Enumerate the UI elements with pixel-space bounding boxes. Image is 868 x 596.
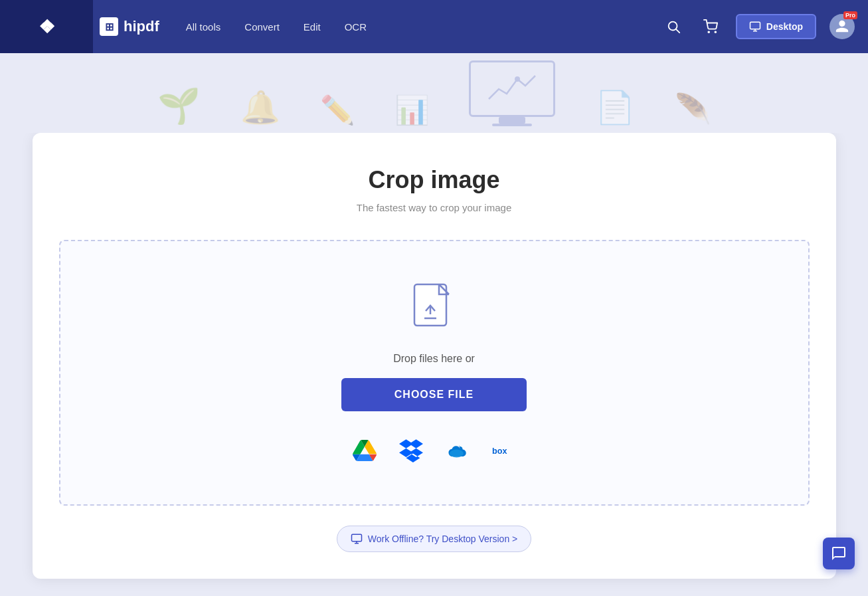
main-card: Crop image The fastest way to crop your … (33, 133, 836, 579)
upload-file-icon (411, 281, 458, 334)
hero-background: 🌱 🔔 ✏️ 📊 📄 🪶 (0, 53, 868, 133)
choose-file-button[interactable]: CHOOSE FILE (341, 378, 527, 411)
nav-ocr[interactable]: OCR (345, 21, 367, 33)
svg-line-1 (676, 29, 679, 33)
svg-rect-13 (351, 534, 361, 542)
nav-all-tools[interactable]: All tools (186, 21, 221, 33)
svg-point-2 (708, 31, 709, 33)
wondershare-logo-icon: ❖ (39, 16, 55, 38)
cart-icon (703, 19, 718, 34)
svg-point-11 (450, 450, 464, 458)
pro-badge: Pro (843, 11, 857, 19)
onedrive-button[interactable] (444, 437, 472, 464)
svg-text:box: box (492, 447, 507, 456)
page-title: Crop image (59, 166, 810, 194)
user-avatar-wrap: Pro (829, 14, 855, 39)
hero-decorative-icons: 🌱 🔔 ✏️ 📊 📄 🪶 (157, 60, 711, 133)
hero-monitor-group (469, 60, 555, 126)
upload-icon-wrap (411, 281, 458, 337)
dropbox-button[interactable] (397, 437, 425, 464)
nav-convert[interactable]: Convert (244, 21, 280, 33)
offline-desktop-link[interactable]: Work Offline? Try Desktop Version > (337, 526, 532, 552)
svg-point-3 (715, 31, 716, 33)
floating-message-button[interactable] (823, 538, 855, 569)
search-button[interactable] (661, 15, 685, 39)
cart-button[interactable] (699, 15, 723, 39)
cloud-service-icons: box (351, 437, 518, 464)
hero-lamp-icon: 🔔 (240, 89, 280, 126)
hero-plant-icon: 🌱 (157, 86, 201, 126)
svg-point-7 (515, 77, 519, 81)
hipdf-label: hipdf (124, 18, 159, 35)
search-icon (666, 19, 681, 34)
main-content: Crop image The fastest way to crop your … (0, 133, 868, 596)
nav-edit[interactable]: Edit (304, 21, 321, 33)
desktop-small-icon (351, 533, 363, 545)
desktop-icon (749, 21, 761, 33)
navbar: ❖ ⊞ hipdf All tools Convert Edit OCR (0, 0, 868, 53)
message-icon (831, 546, 847, 561)
hero-chart-icon: 📊 (394, 94, 429, 126)
hipdf-logo[interactable]: ⊞ hipdf (100, 17, 159, 36)
hero-monitor-icon (469, 60, 555, 117)
offline-link-text: Work Offline? Try Desktop Version > (368, 534, 518, 544)
hero-doc-icon: 📄 (595, 89, 635, 126)
desktop-label: Desktop (766, 21, 803, 32)
user-icon (835, 19, 849, 34)
hero-feather-icon: 🪶 (675, 92, 711, 126)
page-subtitle: The fastest way to crop your image (59, 202, 810, 213)
nav-links: All tools Convert Edit OCR (186, 21, 661, 33)
nav-actions: Desktop Pro (661, 14, 855, 39)
hero-pencil-icon: ✏️ (320, 94, 355, 126)
drop-zone[interactable]: Drop files here or CHOOSE FILE (59, 240, 810, 506)
desktop-button[interactable]: Desktop (736, 14, 816, 39)
box-button[interactable]: box (490, 437, 518, 464)
drop-text: Drop files here or (393, 353, 475, 365)
offline-bar: Work Offline? Try Desktop Version > (59, 526, 810, 552)
google-drive-button[interactable] (351, 437, 379, 464)
wondershare-brand[interactable]: ❖ (0, 0, 93, 53)
svg-rect-4 (750, 22, 760, 29)
hipdf-logo-square: ⊞ (100, 17, 118, 36)
